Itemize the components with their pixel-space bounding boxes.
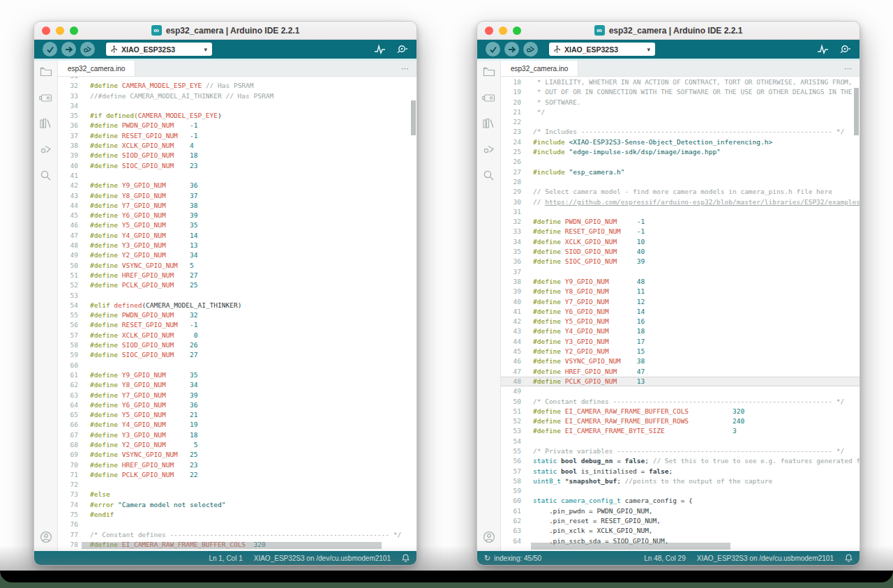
- code-line[interactable]: 29// Select camera model - find more cam…: [501, 187, 860, 197]
- code-line[interactable]: 77/* Constant defines ------------------…: [58, 530, 417, 540]
- verify-button[interactable]: [43, 42, 57, 56]
- code-line[interactable]: 61#define Y9_GPIO_NUM 35: [58, 370, 417, 380]
- code-line[interactable]: 23/* Includes --------------------------…: [501, 127, 860, 137]
- code-line[interactable]: 74#error "Camera model not selected": [58, 500, 417, 510]
- code-line[interactable]: 59: [501, 486, 860, 496]
- code-line[interactable]: 40#define SIOC_GPIO_NUM 23: [58, 161, 417, 171]
- code-line[interactable]: 19 * OUT OF OR IN CONNECTION WITH THE SO…: [501, 87, 860, 97]
- code-line[interactable]: 57#define XCLK_GPIO_NUM 0: [58, 331, 417, 340]
- code-line[interactable]: 71#define PCLK_GPIO_NUM 22: [58, 470, 417, 480]
- code-line[interactable]: 76: [58, 520, 417, 529]
- code-line[interactable]: 59#define SIOC_GPIO_NUM 27: [58, 350, 417, 360]
- code-line[interactable]: 48#define Y3_GPIO_NUM 13: [58, 241, 417, 250]
- code-line[interactable]: 36#define SIOC_GPIO_NUM 39: [501, 257, 860, 266]
- code-line[interactable]: 54#elif defined(CAMERA_MODEL_AI_THINKER): [58, 301, 417, 310]
- upload-button[interactable]: [504, 42, 519, 56]
- debug-button[interactable]: [523, 42, 538, 56]
- vertical-scrollbar[interactable]: [411, 100, 416, 135]
- code-line[interactable]: 21 */: [501, 107, 860, 117]
- code-line[interactable]: 35#if defined(CAMERA_MODEL_ESP_EYE): [58, 111, 417, 121]
- code-line[interactable]: 73#else: [58, 490, 417, 499]
- code-line[interactable]: 49#define Y2_GPIO_NUM 34: [58, 250, 417, 260]
- code-line[interactable]: 50/* Constant defines ------------------…: [501, 397, 860, 407]
- code-line[interactable]: 52#define PCLK_GPIO_NUM 25: [58, 280, 417, 290]
- code-line[interactable]: 68#define Y2_GPIO_NUM 5: [58, 440, 417, 450]
- code-line[interactable]: 42#define Y9_GPIO_NUM 36: [58, 181, 417, 190]
- code-line[interactable]: 33//#define CAMERA_MODEL_AI_THINKER // H…: [58, 91, 417, 101]
- code-line[interactable]: 37: [501, 267, 860, 277]
- sidebar-item-library-manager[interactable]: [482, 116, 496, 130]
- titlebar[interactable]: ∞ esp32_camera | Arduino IDE 2.2.1: [477, 22, 860, 40]
- code-line[interactable]: 61 .pin_pwdn = PWDN_GPIO_NUM,: [501, 506, 860, 516]
- code-line[interactable]: 64#define Y6_GPIO_NUM 36: [58, 400, 417, 410]
- sidebar-item-boards-manager[interactable]: [39, 91, 53, 105]
- code-editor[interactable]: 3132#define CAMERA_MODEL_ESP_EYE // Has …: [58, 77, 417, 551]
- code-line[interactable]: 63 .pin_xclk = XCLK_GPIO_NUM,: [501, 526, 860, 536]
- code-line[interactable]: 38#define Y9_GPIO_NUM 48: [501, 277, 860, 287]
- code-line[interactable]: 50#define VSYNC_GPIO_NUM 5: [58, 261, 417, 271]
- sidebar-item-sketchbook[interactable]: [482, 65, 496, 79]
- code-line[interactable]: 62#define Y8_GPIO_NUM 34: [58, 380, 417, 390]
- code-line[interactable]: 58#define SIOD_GPIO_NUM 26: [58, 340, 417, 350]
- code-line[interactable]: 69#define VSYNC_GPIO_NUM 25: [58, 450, 417, 460]
- code-line[interactable]: 45#define Y6_GPIO_NUM 39: [58, 211, 417, 220]
- code-line[interactable]: 60: [58, 361, 417, 370]
- code-line[interactable]: 53: [58, 291, 417, 301]
- code-line[interactable]: 51#define HREF_GPIO_NUM 27: [58, 271, 417, 280]
- code-line[interactable]: 63#define Y7_GPIO_NUM 39: [58, 391, 417, 400]
- serial-monitor-icon[interactable]: [396, 44, 408, 54]
- code-line[interactable]: 40#define Y7_GPIO_NUM 12: [501, 297, 860, 307]
- sidebar-item-boards-manager[interactable]: [482, 91, 496, 105]
- code-line[interactable]: 34#define XCLK_GPIO_NUM 10: [501, 237, 860, 247]
- tab-options-icon[interactable]: ⋯: [401, 64, 410, 73]
- code-line[interactable]: 25#include "edge-impulse-sdk/dsp/image/i…: [501, 147, 860, 157]
- code-line[interactable]: 51#define EI_CAMERA_RAW_FRAME_BUFFER_COL…: [501, 407, 860, 416]
- sidebar-item-debug[interactable]: [482, 142, 496, 156]
- code-line[interactable]: 39#define Y8_GPIO_NUM 11: [501, 287, 860, 296]
- code-line[interactable]: 32#define CAMERA_MODEL_ESP_EYE // Has PS…: [58, 81, 417, 91]
- serial-plotter-icon[interactable]: [374, 44, 386, 54]
- code-line[interactable]: 35#define SIOD_GPIO_NUM 40: [501, 247, 860, 257]
- tab-esp32-camera-ino[interactable]: esp32_camera.ino: [501, 61, 578, 76]
- code-line[interactable]: 65#define Y5_GPIO_NUM 21: [58, 410, 417, 420]
- code-line[interactable]: 54: [501, 437, 860, 446]
- code-line[interactable]: 18 * LIABILITY, WHETHER IN AN ACTION OF …: [501, 77, 860, 87]
- code-line[interactable]: 52#define EI_CAMERA_RAW_FRAME_BUFFER_ROW…: [501, 416, 860, 426]
- code-line[interactable]: 44#define Y3_GPIO_NUM 17: [501, 337, 860, 347]
- code-line[interactable]: 53#define EI_CAMERA_FRAME_BYTE_SIZE 3: [501, 426, 860, 436]
- code-line[interactable]: 45#define Y2_GPIO_NUM 15: [501, 347, 860, 356]
- code-line[interactable]: 70#define HREF_GPIO_NUM 23: [58, 460, 417, 470]
- code-line[interactable]: 56#define RESET_GPIO_NUM -1: [58, 320, 417, 330]
- code-line[interactable]: 60static camera_config_t camera_config =…: [501, 496, 860, 506]
- code-line[interactable]: 67#define Y3_GPIO_NUM 18: [58, 430, 417, 440]
- code-line[interactable]: 20 * SOFTWARE.: [501, 98, 860, 107]
- code-line[interactable]: 22: [501, 117, 860, 127]
- code-line[interactable]: 41: [58, 171, 417, 181]
- code-line[interactable]: 57static bool is_initialised = false;: [501, 467, 860, 476]
- code-line[interactable]: 55#define PWDN_GPIO_NUM 32: [58, 310, 417, 320]
- code-line[interactable]: 33#define RESET_GPIO_NUM -1: [501, 227, 860, 236]
- serial-plotter-icon[interactable]: [817, 44, 829, 54]
- tab-esp32-camera-ino[interactable]: esp32_camera.ino: [58, 61, 135, 76]
- code-line[interactable]: 48#define PCLK_GPIO_NUM 13: [501, 377, 860, 386]
- code-line[interactable]: 66#define Y4_GPIO_NUM 19: [58, 420, 417, 430]
- serial-monitor-icon[interactable]: [839, 44, 851, 54]
- code-line[interactable]: 75#endif: [58, 510, 417, 520]
- code-line[interactable]: 55/* Private variables -----------------…: [501, 446, 860, 456]
- tab-options-icon[interactable]: ⋯: [844, 64, 853, 73]
- code-line[interactable]: 36#define PWDN_GPIO_NUM -1: [58, 121, 417, 130]
- code-line[interactable]: 34: [58, 101, 417, 111]
- account-button[interactable]: [482, 530, 496, 544]
- code-line[interactable]: 27#include "esp_camera.h": [501, 167, 860, 177]
- code-line[interactable]: 26: [501, 157, 860, 167]
- code-line[interactable]: 58uint8_t *snapshot_buf; //points to the…: [501, 476, 860, 486]
- code-line[interactable]: 43#define Y8_GPIO_NUM 37: [58, 191, 417, 201]
- code-line[interactable]: 46#define Y5_GPIO_NUM 35: [58, 220, 417, 230]
- code-line[interactable]: 38#define XCLK_GPIO_NUM 4: [58, 141, 417, 151]
- debug-button[interactable]: [80, 42, 95, 56]
- code-line[interactable]: 56static bool debug_nn = false; // Set t…: [501, 456, 860, 466]
- titlebar[interactable]: ∞ esp32_camera | Arduino IDE 2.2.1: [34, 22, 417, 40]
- code-line[interactable]: 31: [501, 207, 860, 217]
- code-line[interactable]: 28: [501, 177, 860, 187]
- code-line[interactable]: 30// https://github.com/espressif/arduin…: [501, 197, 860, 207]
